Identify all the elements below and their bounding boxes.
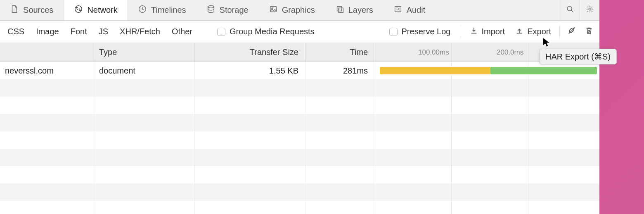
tab-label: Sources: [23, 5, 53, 15]
export-tooltip: HAR Export (⌘S): [539, 49, 617, 64]
waterfall-tick: 100.00ms: [418, 43, 449, 62]
col-type-header[interactable]: Type: [94, 43, 195, 62]
group-media-checkbox[interactable]: Group Media Requests: [211, 27, 321, 36]
table-row: [0, 149, 599, 166]
separator: [461, 26, 461, 38]
svg-rect-5: [337, 7, 341, 11]
separator: [559, 26, 560, 38]
clear-button[interactable]: [580, 26, 598, 37]
cell-time: 281ms: [343, 66, 368, 76]
table-row: [0, 114, 599, 131]
filter-css[interactable]: CSS: [2, 27, 30, 36]
checkbox-icon: [217, 28, 225, 36]
cell-size: 1.55 KB: [269, 66, 298, 76]
tab-sources[interactable]: Sources: [0, 0, 64, 20]
col-time-header[interactable]: Time: [305, 43, 374, 62]
svg-point-0: [75, 6, 82, 13]
cell-name: neverssl.com: [5, 66, 54, 76]
preserve-log-checkbox[interactable]: Preserve Log: [383, 27, 457, 36]
storage-icon: [206, 5, 215, 16]
request-table: neverssl.com document 1.55 KB 281ms: [0, 62, 599, 214]
svg-rect-3: [270, 7, 276, 12]
tab-label: Timelines: [151, 5, 186, 15]
network-toolbar: CSS Image Font JS XHR/Fetch Other Group …: [0, 21, 599, 43]
network-icon: [74, 5, 83, 16]
tab-label: Layers: [348, 5, 373, 15]
button-label: Export: [527, 27, 551, 36]
settings-button[interactable]: [580, 0, 599, 20]
table-header: Type Transfer Size Time 100.00ms 200.0ms: [0, 43, 599, 62]
trash-icon: [585, 26, 594, 37]
svg-rect-6: [339, 8, 343, 12]
search-icon: [566, 5, 575, 16]
export-button[interactable]: Export: [510, 26, 556, 37]
tab-audit[interactable]: Audit: [384, 0, 436, 20]
tab-label: Storage: [220, 5, 249, 15]
table-row: [0, 97, 599, 114]
checkbox-label: Group Media Requests: [230, 27, 315, 36]
table-row: [0, 201, 599, 214]
image-icon: [269, 5, 278, 16]
tab-layers[interactable]: Layers: [325, 0, 384, 20]
clock-icon: [138, 5, 147, 16]
tab-label: Network: [87, 5, 117, 15]
tab-graphics[interactable]: Graphics: [259, 0, 325, 20]
checkbox-icon: [389, 28, 398, 36]
tab-label: Audit: [407, 5, 426, 15]
download-icon: [469, 26, 478, 37]
filter-other[interactable]: Other: [166, 27, 198, 36]
import-button[interactable]: Import: [464, 26, 510, 37]
filter-image[interactable]: Image: [30, 27, 65, 36]
col-name-header[interactable]: [0, 43, 94, 62]
waterfall-tick: 200.0ms: [497, 43, 523, 62]
button-label: Import: [482, 27, 505, 36]
layers-icon: [335, 5, 344, 16]
filter-font[interactable]: Font: [65, 27, 93, 36]
waterfall-wait-bar: [380, 67, 490, 74]
tab-network[interactable]: Network: [64, 0, 128, 20]
filter-js[interactable]: JS: [93, 27, 114, 36]
table-row[interactable]: neverssl.com document 1.55 KB 281ms: [0, 62, 599, 79]
inspector-window: Sources Network Timelines Storage Graphi…: [0, 0, 599, 214]
cell-type: document: [99, 66, 135, 76]
tab-label: Graphics: [282, 5, 315, 15]
tab-storage[interactable]: Storage: [197, 0, 259, 20]
svg-point-2: [208, 6, 214, 8]
search-button[interactable]: [560, 0, 580, 20]
filter-xhr[interactable]: XHR/Fetch: [114, 27, 166, 36]
table-row: [0, 131, 599, 149]
svg-point-8: [567, 6, 572, 11]
svg-point-9: [589, 8, 591, 10]
upload-icon: [515, 26, 524, 37]
gear-icon: [585, 5, 594, 16]
leaf-slash-icon: [567, 26, 576, 37]
svg-rect-7: [395, 7, 401, 12]
waterfall-receive-bar: [490, 67, 597, 74]
checkbox-label: Preserve Log: [402, 27, 451, 36]
tab-timelines[interactable]: Timelines: [128, 0, 197, 20]
table-row: [0, 79, 599, 97]
table-row: [0, 166, 599, 183]
audit-icon: [393, 5, 402, 16]
waterfall-cell: [374, 62, 599, 79]
file-icon: [10, 5, 19, 16]
table-row: [0, 183, 599, 201]
tab-bar: Sources Network Timelines Storage Graphi…: [0, 0, 599, 21]
disable-cache-button[interactable]: [563, 26, 580, 37]
col-size-header[interactable]: Transfer Size: [195, 43, 305, 62]
